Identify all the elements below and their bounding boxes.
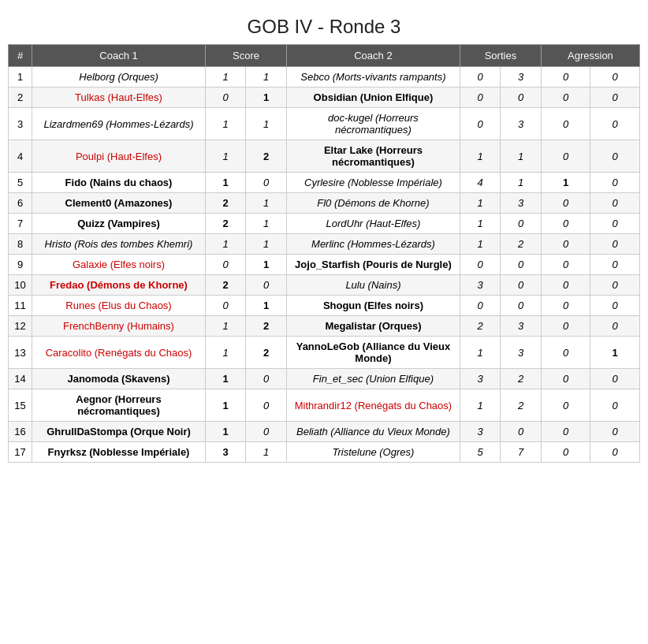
agr1-cell: 0	[541, 255, 590, 275]
coach1-cell: Aegnor (Horreurs nécromantiques)	[32, 389, 206, 422]
sorties1-cell: 3	[460, 422, 500, 442]
score1-cell: 1	[206, 369, 246, 389]
score1-cell: 1	[206, 337, 246, 369]
coach2-cell: Eltar Lake (Horreurs nécromantiques)	[286, 140, 460, 173]
table-row: 4Poulpi (Haut-Elfes)12Eltar Lake (Horreu…	[9, 140, 640, 173]
sorties2-cell: 2	[501, 389, 541, 422]
table-row: 13Caracolito (Renégats du Chaos)12YannoL…	[9, 337, 640, 369]
row-num: 17	[9, 442, 32, 463]
sorties2-cell: 2	[501, 369, 541, 389]
agr2-cell: 0	[590, 193, 640, 214]
coach2-cell: Obsidian (Union Elfique)	[286, 87, 460, 108]
col-score: Score	[206, 45, 287, 67]
coach2-cell: Jojo_Starfish (Pouris de Nurgle)	[286, 255, 460, 275]
score2-cell: 1	[246, 255, 286, 275]
table-row: 6Clement0 (Amazones)21Fl0 (Démons de Kho…	[9, 193, 640, 214]
main-container: GOB IV - Ronde 3 # Coach 1 Score Coach 2…	[8, 8, 640, 463]
sorties2-cell: 7	[501, 442, 541, 463]
sorties2-cell: 3	[501, 67, 541, 87]
sorties2-cell: 0	[501, 275, 541, 296]
score1-cell: 1	[206, 389, 246, 422]
score1-cell: 1	[206, 316, 246, 337]
coach2-cell: Lulu (Nains)	[286, 275, 460, 296]
sorties2-cell: 0	[501, 255, 541, 275]
coach1-cell: Poulpi (Haut-Elfes)	[32, 140, 206, 173]
coach1-cell: Runes (Elus du Chaos)	[32, 296, 206, 316]
agr1-cell: 0	[541, 316, 590, 337]
table-row: 1Helborg (Orques)11Sebco (Morts-vivants …	[9, 67, 640, 87]
row-num: 15	[9, 389, 32, 422]
row-num: 7	[9, 214, 32, 234]
coach2-cell: doc-kugel (Horreurs nécromantiques)	[286, 108, 460, 140]
coach2-cell: Mithrandir12 (Renégats du Chaos)	[286, 389, 460, 422]
score2-cell: 1	[246, 67, 286, 87]
row-num: 9	[9, 255, 32, 275]
agr2-cell: 1	[590, 337, 640, 369]
sorties1-cell: 1	[460, 214, 500, 234]
score1-cell: 1	[206, 173, 246, 193]
score2-cell: 0	[246, 173, 286, 193]
coach2-cell: Megalistar (Orques)	[286, 316, 460, 337]
score1-cell: 0	[206, 296, 246, 316]
coach1-cell: Fnyrksz (Noblesse Impériale)	[32, 442, 206, 463]
sorties1-cell: 0	[460, 296, 500, 316]
score1-cell: 2	[206, 214, 246, 234]
agr2-cell: 0	[590, 214, 640, 234]
coach1-cell: Clement0 (Amazones)	[32, 193, 206, 214]
coach1-cell: Tulkas (Haut-Elfes)	[32, 87, 206, 108]
coach1-cell: Janomoda (Skavens)	[32, 369, 206, 389]
agr2-cell: 0	[590, 316, 640, 337]
sorties2-cell: 0	[501, 422, 541, 442]
sorties1-cell: 1	[460, 337, 500, 369]
table-body: 1Helborg (Orques)11Sebco (Morts-vivants …	[9, 67, 640, 463]
score1-cell: 1	[206, 108, 246, 140]
coach2-cell: LordUhr (Haut-Elfes)	[286, 214, 460, 234]
agr1-cell: 0	[541, 442, 590, 463]
coach2-cell: Tristelune (Ogres)	[286, 442, 460, 463]
sorties1-cell: 0	[460, 255, 500, 275]
sorties2-cell: 3	[501, 193, 541, 214]
agr1-cell: 0	[541, 422, 590, 442]
score2-cell: 2	[246, 316, 286, 337]
coach1-cell: Lizardmen69 (Hommes-Lézards)	[32, 108, 206, 140]
coach2-cell: YannoLeGob (Alliance du Vieux Monde)	[286, 337, 460, 369]
agr1-cell: 0	[541, 108, 590, 140]
table-row: 15Aegnor (Horreurs nécromantiques)10Mith…	[9, 389, 640, 422]
coach2-cell: Merlinc (Hommes-Lézards)	[286, 234, 460, 255]
agr1-cell: 0	[541, 234, 590, 255]
matches-table: # Coach 1 Score Coach 2 Sorties Agressio…	[8, 44, 640, 463]
row-num: 2	[9, 87, 32, 108]
agr2-cell: 0	[590, 108, 640, 140]
sorties2-cell: 1	[501, 140, 541, 173]
col-num: #	[9, 45, 32, 67]
agr1-cell: 0	[541, 193, 590, 214]
score1-cell: 1	[206, 422, 246, 442]
agr2-cell: 0	[590, 275, 640, 296]
sorties2-cell: 0	[501, 214, 541, 234]
score2-cell: 0	[246, 275, 286, 296]
coach1-cell: GhrullDaStompa (Orque Noir)	[32, 422, 206, 442]
score2-cell: 2	[246, 337, 286, 369]
agr1-cell: 0	[541, 296, 590, 316]
sorties1-cell: 1	[460, 234, 500, 255]
score1-cell: 3	[206, 442, 246, 463]
agr1-cell: 0	[541, 67, 590, 87]
sorties1-cell: 3	[460, 275, 500, 296]
score2-cell: 1	[246, 234, 286, 255]
col-coach2: Coach 2	[286, 45, 460, 67]
sorties1-cell: 3	[460, 369, 500, 389]
agr2-cell: 0	[590, 296, 640, 316]
agr2-cell: 0	[590, 422, 640, 442]
col-sorties: Sorties	[460, 45, 541, 67]
row-num: 16	[9, 422, 32, 442]
row-num: 4	[9, 140, 32, 173]
col-coach1: Coach 1	[32, 45, 206, 67]
table-row: 10Fredao (Démons de Khorne)20Lulu (Nains…	[9, 275, 640, 296]
coach2-cell: Cyrlesire (Noblesse Impériale)	[286, 173, 460, 193]
sorties1-cell: 0	[460, 108, 500, 140]
sorties1-cell: 5	[460, 442, 500, 463]
score1-cell: 1	[206, 140, 246, 173]
table-row: 9Galaxie (Elfes noirs)01Jojo_Starfish (P…	[9, 255, 640, 275]
sorties2-cell: 0	[501, 87, 541, 108]
sorties2-cell: 0	[501, 296, 541, 316]
